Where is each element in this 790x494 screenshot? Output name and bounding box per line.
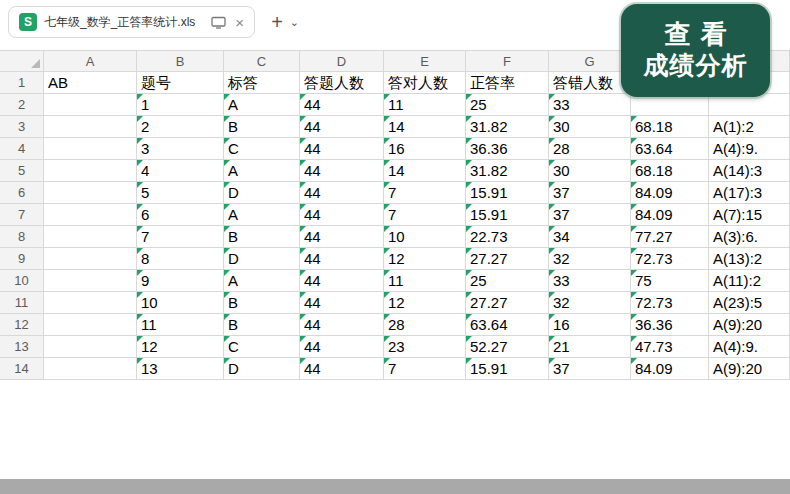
column-header[interactable]: G: [549, 50, 631, 72]
cell[interactable]: 21: [549, 336, 631, 358]
cell[interactable]: 15.91: [466, 182, 549, 204]
cell[interactable]: 36.36: [466, 138, 549, 160]
document-tab[interactable]: S 七年级_数学_正答率统计.xls ×: [8, 6, 255, 38]
cell[interactable]: 27.27: [466, 248, 549, 270]
cell[interactable]: B: [224, 314, 300, 336]
cell[interactable]: 正答率: [466, 72, 549, 94]
row-number[interactable]: 7: [0, 204, 44, 226]
cell[interactable]: [44, 314, 137, 336]
cell[interactable]: 27.27: [466, 292, 549, 314]
cell[interactable]: A(11):2: [709, 270, 790, 292]
cell[interactable]: 44: [300, 138, 384, 160]
column-header[interactable]: D: [300, 50, 384, 72]
cell[interactable]: AB: [44, 72, 137, 94]
cell[interactable]: 31.82: [466, 116, 549, 138]
cell[interactable]: 16: [384, 138, 466, 160]
cell[interactable]: 47.73: [631, 336, 709, 358]
cell[interactable]: [44, 358, 137, 380]
row-number[interactable]: 13: [0, 336, 44, 358]
cell[interactable]: 34: [549, 226, 631, 248]
popout-window-icon[interactable]: [211, 16, 226, 29]
column-header[interactable]: B: [137, 50, 224, 72]
cell[interactable]: 7: [384, 358, 466, 380]
cell[interactable]: 44: [300, 248, 384, 270]
cell[interactable]: 37: [549, 182, 631, 204]
cell[interactable]: B: [224, 226, 300, 248]
cell[interactable]: [44, 160, 137, 182]
cell[interactable]: 15.91: [466, 204, 549, 226]
cell[interactable]: 77.27: [631, 226, 709, 248]
cell[interactable]: 题号: [137, 72, 224, 94]
cell[interactable]: 11: [384, 270, 466, 292]
cell[interactable]: A: [224, 94, 300, 116]
cell[interactable]: 32: [549, 292, 631, 314]
cell[interactable]: 25: [466, 94, 549, 116]
cell[interactable]: 68.18: [631, 116, 709, 138]
cell[interactable]: 15.91: [466, 358, 549, 380]
cell[interactable]: 44: [300, 160, 384, 182]
cell[interactable]: 52.27: [466, 336, 549, 358]
cell[interactable]: [44, 138, 137, 160]
cell[interactable]: 22.73: [466, 226, 549, 248]
cell[interactable]: 28: [384, 314, 466, 336]
row-number[interactable]: 11: [0, 292, 44, 314]
new-tab-button[interactable]: +: [271, 12, 283, 32]
cell[interactable]: 44: [300, 336, 384, 358]
cell[interactable]: A(13):2: [709, 248, 790, 270]
cell[interactable]: A(9):20: [709, 358, 790, 380]
row-number[interactable]: 4: [0, 138, 44, 160]
cell[interactable]: 25: [466, 270, 549, 292]
tab-list-chevron-icon[interactable]: ⌄: [290, 16, 299, 29]
cell[interactable]: 32: [549, 248, 631, 270]
column-header[interactable]: A: [44, 50, 137, 72]
cell[interactable]: 12: [384, 292, 466, 314]
row-number[interactable]: 9: [0, 248, 44, 270]
row-number[interactable]: 2: [0, 94, 44, 116]
cell[interactable]: 37: [549, 204, 631, 226]
cell[interactable]: A: [224, 204, 300, 226]
cell[interactable]: 75: [631, 270, 709, 292]
cell[interactable]: A(1):2: [709, 116, 790, 138]
select-all-corner[interactable]: [0, 50, 44, 72]
cell[interactable]: C: [224, 138, 300, 160]
cell[interactable]: A: [224, 160, 300, 182]
cell[interactable]: 9: [137, 270, 224, 292]
cell[interactable]: [709, 94, 790, 116]
cell[interactable]: 68.18: [631, 160, 709, 182]
cell[interactable]: 7: [137, 226, 224, 248]
view-score-analysis-badge[interactable]: 查看 成绩分析: [621, 4, 770, 97]
cell[interactable]: 12: [384, 248, 466, 270]
column-header[interactable]: E: [384, 50, 466, 72]
cell[interactable]: A(14):3: [709, 160, 790, 182]
cell[interactable]: 30: [549, 116, 631, 138]
cell[interactable]: A(23):5: [709, 292, 790, 314]
cell[interactable]: 4: [137, 160, 224, 182]
cell[interactable]: 44: [300, 116, 384, 138]
cell[interactable]: 答错人数: [549, 72, 631, 94]
cell[interactable]: A(4):9.: [709, 138, 790, 160]
cell[interactable]: [44, 336, 137, 358]
cell[interactable]: 11: [137, 314, 224, 336]
row-number[interactable]: 12: [0, 314, 44, 336]
cell[interactable]: 84.09: [631, 204, 709, 226]
cell[interactable]: 63.64: [631, 138, 709, 160]
cell[interactable]: D: [224, 182, 300, 204]
cell[interactable]: 37: [549, 358, 631, 380]
cell[interactable]: 6: [137, 204, 224, 226]
cell[interactable]: A: [224, 270, 300, 292]
cell[interactable]: 1: [137, 94, 224, 116]
cell[interactable]: B: [224, 292, 300, 314]
cell[interactable]: 28: [549, 138, 631, 160]
cell[interactable]: 标答: [224, 72, 300, 94]
cell[interactable]: [44, 292, 137, 314]
cell[interactable]: 44: [300, 270, 384, 292]
cell[interactable]: 44: [300, 204, 384, 226]
row-number[interactable]: 6: [0, 182, 44, 204]
cell[interactable]: A(17):3: [709, 182, 790, 204]
row-number[interactable]: 1: [0, 72, 44, 94]
cell[interactable]: [631, 94, 709, 116]
row-number[interactable]: 5: [0, 160, 44, 182]
cell[interactable]: [44, 226, 137, 248]
cell[interactable]: 63.64: [466, 314, 549, 336]
cell[interactable]: [44, 270, 137, 292]
